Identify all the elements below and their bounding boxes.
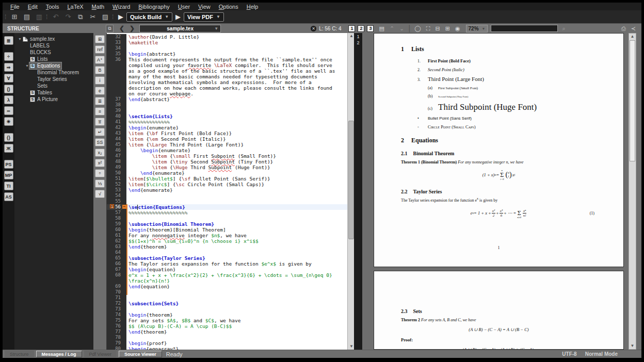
fold-margin[interactable]	[122, 233, 126, 238]
editor-line-56[interactable]: 156−\section{Equations}	[107, 204, 347, 210]
fold-margin[interactable]	[122, 147, 126, 153]
editor-scrollbar[interactable]: ▲ ▼	[347, 33, 354, 350]
editor-line-wrap[interactable]: many of the most basic commands needed f…	[107, 74, 347, 79]
fold-collapse-icon[interactable]: −	[122, 205, 126, 209]
fold-margin[interactable]	[122, 136, 126, 142]
tree-expander-icon[interactable]: ▼	[25, 64, 29, 68]
fold-margin[interactable]	[122, 182, 126, 187]
editor-line-52[interactable]: 52\item[$\circ$] {\sc Circle Point (Smal…	[107, 182, 347, 187]
editor-line-41[interactable]: 41%%%%%%%%%%%%%%	[107, 119, 347, 125]
editor-line-wrap[interactable]: as a good example of the basic structure…	[107, 68, 347, 74]
editor-line-71[interactable]: 71	[107, 295, 347, 301]
structure-item-sample-tex[interactable]: ▼sample.tex	[14, 36, 93, 42]
small-caps-icon[interactable]: SS	[95, 138, 105, 146]
editor-line-79[interactable]: 79\begin{proof}	[107, 340, 347, 346]
tikz-panel-icon[interactable]: TI	[4, 182, 13, 190]
fold-margin[interactable]	[122, 153, 126, 159]
pdf-page-strip[interactable]: 12	[354, 33, 362, 350]
editor-line-78[interactable]: 78	[107, 335, 347, 340]
structure-item-sets[interactable]: Sets	[14, 83, 93, 89]
structure-item-lists[interactable]: SLists	[14, 56, 93, 62]
fold-margin[interactable]	[122, 335, 126, 340]
editor-line-40[interactable]: 40\section{Lists}	[107, 113, 347, 119]
fold-margin[interactable]	[122, 272, 126, 278]
fold-margin[interactable]	[122, 187, 126, 193]
label-icon[interactable]: A⁺	[95, 56, 105, 64]
statusbar-tab-source-viewer[interactable]: Source Viewer	[119, 351, 162, 357]
pdf-viewer[interactable]: 1Lists 1.First Point (Bold Face)2.Second…	[362, 33, 641, 350]
structure-item-a-picture[interactable]: SA Picture	[14, 96, 93, 103]
editor-line-wrap[interactable]: on our course webpage.	[107, 91, 347, 96]
fold-margin[interactable]	[122, 68, 126, 74]
menu-edit[interactable]: Edit	[24, 4, 41, 10]
frac-icon[interactable]: ÷	[95, 169, 105, 177]
fold-margin[interactable]	[122, 244, 126, 250]
editor-line-32[interactable]: 32\author{David P. Little}	[107, 34, 347, 40]
editor-line-34[interactable]: 34	[107, 45, 347, 51]
editor-line-36[interactable]: 36This document represents the output fr…	[107, 57, 347, 62]
prev-document-icon[interactable]: ❮	[117, 25, 127, 32]
scroll-up-icon[interactable]: ▲	[629, 34, 636, 40]
close-document-icon[interactable]: ✕	[311, 26, 316, 31]
editor-line-44[interactable]: 44\item {\em Second Point (Italic)}	[107, 136, 347, 142]
source-editor[interactable]: 32\author{David P. Little}33\maketitle34…	[106, 33, 354, 350]
menu-help[interactable]: Help	[243, 4, 262, 10]
misc-math-symbols-icon[interactable]: ∞	[4, 106, 13, 115]
fold-margin[interactable]	[122, 329, 126, 335]
statusbar-tab-structure[interactable]: Structure	[5, 351, 34, 357]
pdf-strip-page-1[interactable]: 1	[354, 34, 362, 40]
fold-margin[interactable]	[122, 318, 126, 323]
editor-line-35[interactable]: 35\begin{abstract}	[107, 51, 347, 57]
emph-icon[interactable]: e	[95, 87, 105, 95]
toolbar-drag-handle[interactable]: ⁞	[5, 13, 8, 21]
fold-margin[interactable]	[122, 227, 126, 233]
editor-line-75[interactable]: 75For any sets $A$, $B$ and $C$, we have	[107, 318, 347, 323]
menu-wizard[interactable]: Wizard	[109, 4, 134, 10]
search-icon[interactable]: ⌕	[560, 25, 568, 32]
fold-margin[interactable]	[122, 102, 126, 108]
fold-margin[interactable]	[122, 57, 126, 62]
editor-line-51[interactable]: 51\item[$\bullet$] {\sf Bullet Point (Sa…	[107, 176, 347, 182]
bold-icon[interactable]: B	[95, 66, 105, 74]
editor-line-38[interactable]: 38	[107, 102, 347, 108]
copy-icon[interactable]: ⧉	[75, 12, 86, 22]
pdf-scrollbar[interactable]: ▲ ▼	[629, 33, 636, 350]
structure-item-blocks[interactable]: BLOCKS	[14, 49, 93, 56]
editor-line-65[interactable]: 65\subsection{Taylor Series}	[107, 255, 347, 261]
fold-margin[interactable]	[122, 142, 126, 147]
zoom-marquee-icon[interactable]: ⛶	[424, 25, 433, 32]
redo-icon[interactable]: ↷	[62, 12, 74, 22]
page-layout-3-icon[interactable]: 3	[367, 25, 374, 32]
editor-line-72[interactable]: 72\subsection{Sets}	[107, 301, 347, 306]
editor-line-63[interactable]: 63\end{theorem}	[107, 244, 347, 250]
next-page-icon[interactable]: ⌄	[397, 25, 407, 32]
editor-line-45[interactable]: 45\item {\Large Third Point (Large Font)…	[107, 142, 347, 147]
fold-margin[interactable]	[122, 40, 126, 45]
fold-margin[interactable]	[122, 295, 126, 301]
dfrac-icon[interactable]: ⅓	[95, 179, 105, 188]
editor-line-46[interactable]: 46 \begin{enumerate}	[107, 147, 347, 153]
fold-margin[interactable]	[122, 34, 126, 40]
editor-line-70[interactable]: 70	[107, 289, 347, 295]
editor-line-66[interactable]: 66The Taylor series expansion for the fu…	[107, 261, 347, 267]
fold-margin[interactable]	[122, 113, 126, 119]
menu-options[interactable]: Options	[215, 4, 242, 10]
detach-editor-icon[interactable]: ⧉	[106, 25, 114, 32]
pdf-strip-page-2[interactable]: 2	[354, 40, 362, 46]
scroll-down-icon[interactable]: ▼	[348, 343, 354, 350]
toolbar-drag-handle[interactable]: ⁞	[112, 13, 115, 21]
editor-line-67[interactable]: 67\begin{equation}	[107, 267, 347, 272]
fold-margin[interactable]	[122, 193, 126, 199]
menu-latex[interactable]: LaTeX	[63, 4, 87, 10]
menu-tools[interactable]: Tools	[42, 4, 63, 10]
fold-margin[interactable]	[122, 301, 126, 306]
structure-item-taylor-series[interactable]: Taylor Series	[14, 76, 93, 83]
fold-margin[interactable]	[122, 216, 126, 221]
editor-line-74[interactable]: 74\begin{theorem}	[107, 312, 347, 318]
view-pdf-button[interactable]: View PDF ▼	[184, 12, 224, 22]
continuous-pages-icon[interactable]: ▤	[376, 25, 387, 32]
fold-margin[interactable]	[122, 170, 126, 176]
editor-line-wrap[interactable]: description on how each command works, p…	[107, 85, 347, 91]
editor-line-37[interactable]: 37\end{abstract}	[107, 96, 347, 102]
fold-margin[interactable]	[122, 261, 126, 267]
